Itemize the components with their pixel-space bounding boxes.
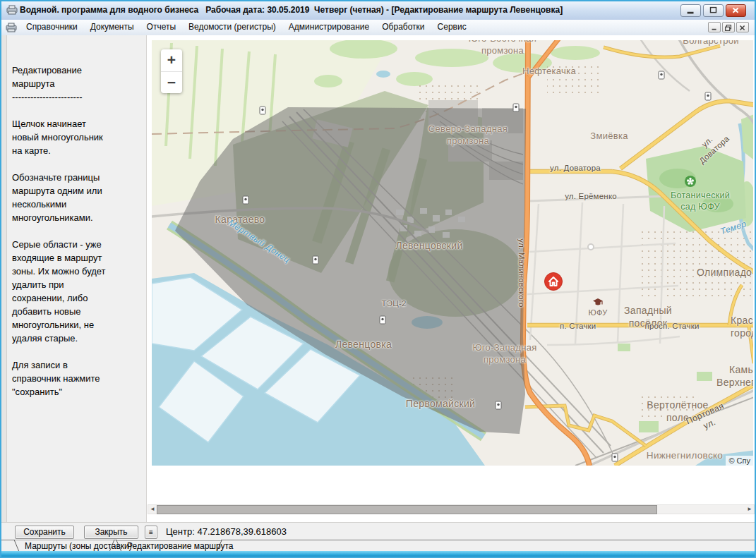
map-horizontal-scrollbar[interactable]: ◄ ► — [148, 504, 755, 514]
menu-spravochniki[interactable]: Справочники — [20, 20, 84, 34]
menu-dokumenty[interactable]: Документы — [84, 20, 140, 34]
map-label-olimpiado: Олимпиадо — [697, 266, 752, 279]
map-label-pervomaisky: Первомайский — [406, 397, 475, 410]
scroll-left-arrow[interactable]: ◄ — [148, 505, 157, 514]
map-label-malinovskogo: ул. Малиновского — [517, 238, 527, 307]
mdi-child-icon — [6, 23, 17, 32]
map-center-coordinates: Центр: 47.218678,39.618603 — [166, 523, 287, 540]
menu-otchety[interactable]: Отчеты — [140, 20, 182, 34]
map-label-yugo-zapadnaya-promzona: Юго-Западная промзона — [472, 342, 536, 366]
mdi-close-button[interactable] — [736, 22, 749, 32]
map-zoom-control: + − — [161, 49, 182, 93]
close-button[interactable] — [726, 4, 746, 17]
tab-route-editing[interactable]: Редактирование маршрута — [127, 541, 234, 551]
instruction-text: Редактирование маршрута ----------------… — [12, 63, 139, 399]
mdi-restore-button[interactable] — [722, 22, 735, 32]
map-label-neftekachka: Нефтекачка — [522, 66, 576, 78]
menu-vedomosti[interactable]: Ведомости (регистры) — [182, 20, 282, 34]
scroll-right-arrow[interactable]: ► — [745, 505, 754, 514]
menu-administrirovanie[interactable]: Администрирование — [282, 20, 376, 34]
mdi-minimize-button[interactable] — [708, 22, 721, 32]
minimize-button[interactable] — [680, 4, 701, 17]
map-label-leventsovsky: Левенцовский — [395, 239, 462, 252]
app-icon — [6, 5, 18, 15]
map-attribution: © Спу — [726, 456, 753, 466]
instruction-panel: Редактирование маршрута ----------------… — [1, 35, 147, 522]
title-bar: Водяной. программа для водного бизнеса Р… — [1, 1, 755, 20]
map-label-tets2: ТЭЦ-2 — [381, 298, 406, 309]
map-label-leventsovka: Левенцовка — [335, 338, 392, 351]
app-window: Водяной. программа для водного бизнеса Р… — [0, 0, 756, 558]
close-form-button[interactable]: Закрыть — [84, 526, 138, 539]
scrollbar-thumb[interactable] — [157, 505, 657, 514]
zoom-out-button[interactable]: − — [161, 71, 182, 94]
map-canvas[interactable]: Юго-Восточная промзона Волгарстрой Нефте… — [152, 40, 753, 466]
map-label-kamyshe: Камыше — [729, 363, 753, 376]
panel-splitter[interactable] — [1, 35, 7, 522]
map-label-nizhnegnilovskaya: Нижнегниловско — [647, 449, 723, 462]
map-label-yugo-vostochnaya-promzona: Юго-Восточная промзона — [469, 40, 536, 57]
window-frame-bottom — [1, 551, 755, 557]
maximize-button[interactable] — [703, 4, 724, 17]
map-label-verkhnegnil: Верхнегнил — [716, 376, 753, 389]
garden-icon — [685, 176, 696, 187]
window-title: Водяной. программа для водного бизнеса Р… — [20, 5, 563, 15]
map-label-stachki-left: п. Стачки — [560, 321, 596, 332]
map-label-eryomenko: ул. Ерёменко — [565, 191, 617, 202]
menu-bar: СправочникиДокументыОтчетыВедомости (рег… — [1, 20, 755, 36]
tab-routes-delivery-zones[interactable]: Маршруты (зоны доставки) — [25, 541, 132, 551]
menu-obrabotki[interactable]: Обработки — [376, 20, 431, 34]
map-label-stachki: просп. Стачки — [644, 321, 699, 332]
map-label-yufu: ЮФУ — [589, 308, 608, 317]
map-label-botanichesky-sad: Ботанический сад ЮФУ — [671, 190, 730, 213]
map-label-krasny-gorod: Красны город-с — [731, 314, 753, 339]
menu-servis[interactable]: Сервис — [431, 20, 473, 34]
save-button[interactable]: Сохранить — [15, 526, 74, 539]
zoom-in-button[interactable]: + — [161, 49, 182, 71]
map-label-dovatora: ул. Доватора — [550, 163, 601, 174]
map-label-volgarstroy: Волгарстрой — [683, 40, 739, 47]
main-area: Редактирование маршрута ----------------… — [1, 35, 755, 522]
bottom-toolbar: Сохранить Закрыть ≡ Центр: 47.218678,39.… — [1, 522, 755, 540]
list-menu-button[interactable]: ≡ — [145, 526, 157, 539]
map-label-severo-zapadnaya-promzona: Северо-Западная промзона — [428, 123, 508, 147]
map-label-zmiyovka: Змиёвка — [590, 131, 628, 142]
